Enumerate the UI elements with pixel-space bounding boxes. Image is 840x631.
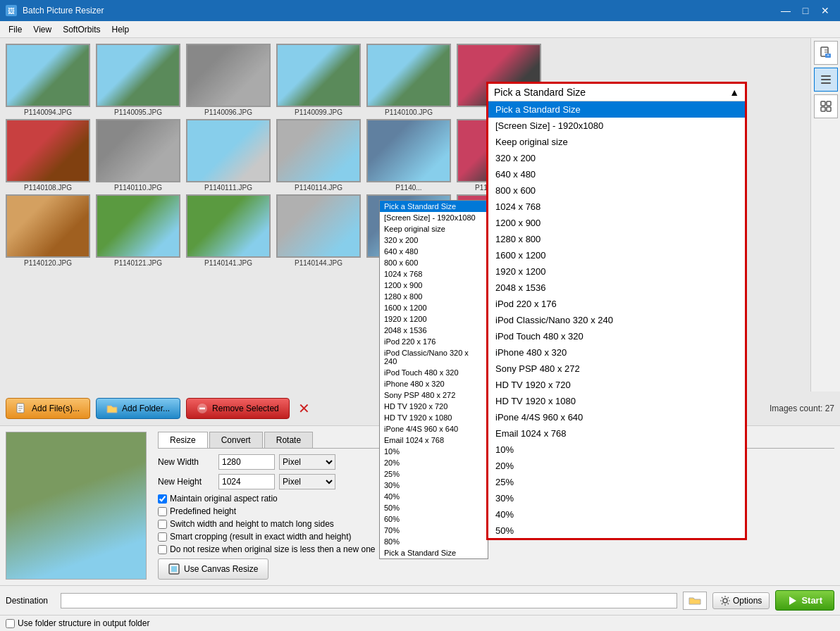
aspect-ratio-checkbox[interactable] <box>158 494 167 504</box>
size-option-7[interactable]: 1200 x 900 <box>488 215 745 231</box>
mini-option-21[interactable]: 10% <box>380 446 488 457</box>
size-option-16[interactable]: Sony PSP 480 x 272 <box>488 361 745 377</box>
list-item[interactable]: P1140108.JPG <box>6 119 90 192</box>
grid-view-button[interactable] <box>814 94 838 118</box>
width-unit-select[interactable]: Pixel Percent <box>279 454 335 470</box>
mini-option-3[interactable]: 320 x 200 <box>380 235 488 246</box>
mini-option-2[interactable]: Keep original size <box>380 223 488 235</box>
height-unit-select[interactable]: Pixel Percent <box>279 474 335 489</box>
tab-convert[interactable]: Convert <box>209 432 263 448</box>
list-item[interactable]: P1140095.JPG <box>96 44 180 116</box>
folder-structure-checkbox[interactable] <box>6 619 15 628</box>
size-option-17[interactable]: HD TV 1920 x 720 <box>488 377 745 393</box>
size-option-24[interactable]: 30% <box>488 490 745 506</box>
maximize-button[interactable]: □ <box>796 3 815 18</box>
mini-option-24[interactable]: 30% <box>380 480 488 491</box>
list-item[interactable]: P1140141.JPG <box>186 194 271 267</box>
mini-option-29[interactable]: 80% <box>380 536 488 547</box>
remove-selected-button[interactable]: Remove Selected <box>186 398 290 419</box>
list-item[interactable]: P1140144.JPG <box>276 194 361 267</box>
size-option-8[interactable]: 1280 x 800 <box>488 231 745 247</box>
mini-option-25[interactable]: 40% <box>380 491 488 502</box>
mini-option-7[interactable]: 1200 x 900 <box>380 280 488 291</box>
no-resize-checkbox[interactable] <box>158 545 167 554</box>
add-folder-button[interactable]: Add Folder... <box>96 398 180 419</box>
smart-crop-checkbox[interactable] <box>158 532 167 542</box>
size-option-23[interactable]: 25% <box>488 474 745 490</box>
size-option-15[interactable]: iPhone 480 x 320 <box>488 344 745 361</box>
mini-option-4[interactable]: 640 x 480 <box>380 246 488 257</box>
mini-option-11[interactable]: 2048 x 1536 <box>380 325 488 336</box>
size-option-11[interactable]: 2048 x 1536 <box>488 280 745 296</box>
list-item[interactable]: P1140096.JPG <box>186 44 271 116</box>
list-item[interactable]: P1140111.JPG <box>186 119 271 192</box>
mini-option-6[interactable]: 1024 x 768 <box>380 268 488 280</box>
size-option-19[interactable]: iPone 4/4S 960 x 640 <box>488 409 745 425</box>
size-option-13[interactable]: iPod Classic/Nano 320 x 240 <box>488 312 745 328</box>
mini-option-8[interactable]: 1280 x 800 <box>380 291 488 302</box>
size-option-20[interactable]: Email 1024 x 768 <box>488 425 745 442</box>
size-option-26[interactable]: 50% <box>488 523 745 538</box>
width-input[interactable] <box>218 454 275 470</box>
size-option-14[interactable]: iPod Touch 480 x 320 <box>488 328 745 344</box>
mini-option-28[interactable]: 70% <box>380 525 488 536</box>
mini-option-17[interactable]: HD TV 1920 x 720 <box>380 401 488 412</box>
destination-input[interactable] <box>61 593 677 608</box>
mini-option-13[interactable]: iPod Classic/Nano 320 x 240 <box>380 347 488 367</box>
size-option-1[interactable]: [Screen Size] - 1920x1080 <box>488 118 745 134</box>
predefined-height-checkbox[interactable] <box>158 507 167 516</box>
menu-softorbits[interactable]: SoftOrbits <box>57 23 106 36</box>
close-button[interactable]: ✕ <box>816 3 834 18</box>
list-item[interactable]: P1140120.JPG <box>6 194 90 267</box>
height-input[interactable] <box>218 474 275 489</box>
canvas-resize-button[interactable]: Use Canvas Resize <box>158 558 268 580</box>
size-option-9[interactable]: 1600 x 1200 <box>488 247 745 263</box>
size-option-6[interactable]: 1024 x 768 <box>488 199 745 215</box>
list-item[interactable]: P1140... <box>366 119 451 192</box>
size-option-22[interactable]: 20% <box>488 458 745 474</box>
mini-option-14[interactable]: iPod Touch 480 x 320 <box>380 367 488 378</box>
mini-option-20[interactable]: Email 1024 x 768 <box>380 435 488 446</box>
size-option-12[interactable]: iPod 220 x 176 <box>488 296 745 312</box>
size-option-5[interactable]: 800 x 600 <box>488 182 745 199</box>
mini-option-22[interactable]: 20% <box>380 457 488 468</box>
mini-option-15[interactable]: iPhone 480 x 320 <box>380 378 488 389</box>
size-option-18[interactable]: HD TV 1920 x 1080 <box>488 393 745 409</box>
mini-option-10[interactable]: 1920 x 1200 <box>380 313 488 325</box>
mini-option-30[interactable]: Pick a Standard Size <box>380 547 488 558</box>
mini-option-27[interactable]: 60% <box>380 513 488 525</box>
mini-option-23[interactable]: 25% <box>380 468 488 480</box>
list-item[interactable]: P1140121.JPG <box>96 194 180 267</box>
mini-option-1[interactable]: [Screen Size] - 1920x1080 <box>380 212 488 223</box>
destination-browse-button[interactable] <box>683 592 707 610</box>
size-picker-header[interactable]: Pick a Standard Size ▲ <box>488 84 745 101</box>
mini-option-5[interactable]: 800 x 600 <box>380 257 488 268</box>
minimize-button[interactable]: — <box>777 3 795 18</box>
size-option-0[interactable]: Pick a Standard Size <box>488 101 745 118</box>
size-option-25[interactable]: 40% <box>488 506 745 523</box>
size-option-21[interactable]: 10% <box>488 442 745 458</box>
tab-rotate[interactable]: Rotate <box>264 432 313 448</box>
start-button[interactable]: Start <box>775 590 834 611</box>
mini-option-0[interactable]: Pick a Standard Size <box>380 201 488 212</box>
close-x-button[interactable]: ✕ <box>295 397 313 420</box>
list-item[interactable]: P1140094.JPG <box>6 44 90 116</box>
menu-view[interactable]: View <box>27 23 57 36</box>
options-button[interactable]: Options <box>712 592 770 609</box>
size-option-10[interactable]: 1920 x 1200 <box>488 263 745 280</box>
add-files-sidebar-button[interactable]: + <box>814 41 838 65</box>
size-option-2[interactable]: Keep original size <box>488 134 745 150</box>
mini-option-9[interactable]: 1600 x 1200 <box>380 302 488 313</box>
mini-option-26[interactable]: 50% <box>380 502 488 513</box>
list-item[interactable]: P1140110.JPG <box>96 119 180 192</box>
switch-sides-checkbox[interactable] <box>158 520 167 529</box>
mini-option-16[interactable]: Sony PSP 480 x 272 <box>380 389 488 401</box>
tab-resize[interactable]: Resize <box>158 432 208 448</box>
size-option-3[interactable]: 320 x 200 <box>488 150 745 166</box>
list-item[interactable]: P1140100.JPG <box>366 44 451 116</box>
mini-option-12[interactable]: iPod 220 x 176 <box>380 336 488 347</box>
list-item[interactable]: P1140114.JPG <box>276 119 361 192</box>
add-files-button[interactable]: Add File(s)... <box>6 398 90 419</box>
menu-help[interactable]: Help <box>106 23 135 36</box>
menu-file[interactable]: File <box>3 23 27 36</box>
